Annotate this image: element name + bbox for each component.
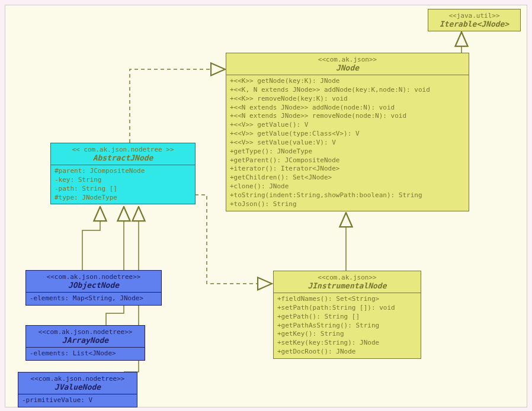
method: +<<K, N extends JNode>> addNode(key:K,no… bbox=[230, 86, 465, 95]
method: +<<V>> getValue(type:Class<V>): V bbox=[230, 130, 465, 139]
attr: -elements: Map<String, JNode> bbox=[30, 294, 158, 303]
attr: -key: String bbox=[55, 176, 191, 185]
method: +<<V>> setValue(value:V): V bbox=[230, 139, 465, 147]
attr: -elements: List<JNode> bbox=[30, 349, 141, 358]
stereotype: <<com.ak.json.nodetree>> bbox=[23, 375, 132, 383]
attrs-section: #parent: JCompositeNode -key: String -pa… bbox=[51, 165, 195, 204]
attr: -primitiveValue: V bbox=[22, 396, 133, 405]
class-jinstrumentalnode: <<com.ak.json>> JInstrumentalNode +field… bbox=[273, 271, 421, 359]
method: +setPath(path:String []): void bbox=[277, 304, 417, 313]
class-name: JArrayNode bbox=[31, 336, 140, 345]
class-jvaluenode: <<com.ak.json.nodetree>> JValueNode -pri… bbox=[18, 372, 137, 407]
method: +<<K>> removeNode(key:K): void bbox=[230, 95, 465, 104]
method: +iterator(): Iterator<JNode> bbox=[230, 165, 465, 174]
method: +<<N extends JNode>> addNode(node:N): vo… bbox=[230, 104, 465, 113]
stereotype: <<com.ak.json>> bbox=[231, 56, 464, 63]
class-name: Iterable<JNode> bbox=[433, 20, 515, 28]
method: +setKey(key:String): JNode bbox=[277, 339, 417, 348]
method: +<<N extends JNode>> removeNode(node:N):… bbox=[230, 112, 465, 121]
attrs-section: -primitiveValue: V bbox=[18, 394, 137, 407]
methods-section: +fieldNames(): Set<String> +setPath(path… bbox=[274, 293, 421, 358]
method: +getPathAsString(): String bbox=[277, 322, 417, 330]
class-jobjectnode: <<com.ak.json.nodetree>> JObjectNode -el… bbox=[25, 270, 162, 306]
stereotype: <<com.ak.json.nodetree>> bbox=[31, 273, 156, 281]
method: +<<K>> getNode(key:K): JNode bbox=[230, 77, 465, 86]
method: +<<V>> getValue(): V bbox=[230, 121, 465, 130]
method: +clone(): JNode bbox=[230, 182, 465, 191]
attr: -path: String [] bbox=[55, 185, 191, 194]
method: +getChildren(): Set<JNode> bbox=[230, 174, 465, 182]
stereotype: <<com.ak.json.nodetree>> bbox=[31, 328, 140, 336]
method: +getDocRoot(): JNode bbox=[277, 348, 417, 357]
attr: #type: JNodeType bbox=[55, 194, 191, 203]
method: +getParent(): JCompositeNode bbox=[230, 156, 465, 165]
method: +getPath(): String [] bbox=[277, 313, 417, 322]
class-jnode: <<com.ak.json>> JNode +<<K>> getNode(key… bbox=[226, 53, 469, 211]
stereotype: <<java.util>> bbox=[433, 12, 515, 20]
class-name: AbstractJNode bbox=[56, 153, 190, 162]
class-name: JObjectNode bbox=[31, 281, 156, 290]
class-name: JNode bbox=[231, 63, 464, 72]
method: +toString(indent:String,showPath:boolean… bbox=[230, 191, 465, 200]
method: +getKey(): String bbox=[277, 330, 417, 339]
class-name: JValueNode bbox=[23, 383, 132, 391]
class-name: JInstrumentalNode bbox=[278, 281, 416, 290]
attr: #parent: JCompositeNode bbox=[55, 167, 191, 176]
method: +fieldNames(): Set<String> bbox=[277, 295, 417, 304]
stereotype: << com.ak.json.nodetree >> bbox=[56, 146, 190, 153]
attrs-section: -elements: Map<String, JNode> bbox=[26, 293, 161, 305]
class-abstractjnode: << com.ak.json.nodetree >> AbstractJNode… bbox=[50, 143, 196, 204]
attrs-section: -elements: List<JNode> bbox=[26, 348, 145, 360]
class-jarraynode: <<com.ak.json.nodetree>> JArrayNode -ele… bbox=[25, 325, 145, 361]
method: +toJson(): String bbox=[230, 200, 465, 209]
method: +getType(): JNodeType bbox=[230, 147, 465, 156]
stereotype: <<com.ak.json>> bbox=[278, 274, 416, 281]
methods-section: +<<K>> getNode(key:K): JNode +<<K, N ext… bbox=[226, 75, 469, 211]
uml-diagram: <<java.util>> Iterable<JNode> <<com.ak.j… bbox=[5, 5, 527, 407]
class-iterable: <<java.util>> Iterable<JNode> bbox=[428, 9, 521, 31]
